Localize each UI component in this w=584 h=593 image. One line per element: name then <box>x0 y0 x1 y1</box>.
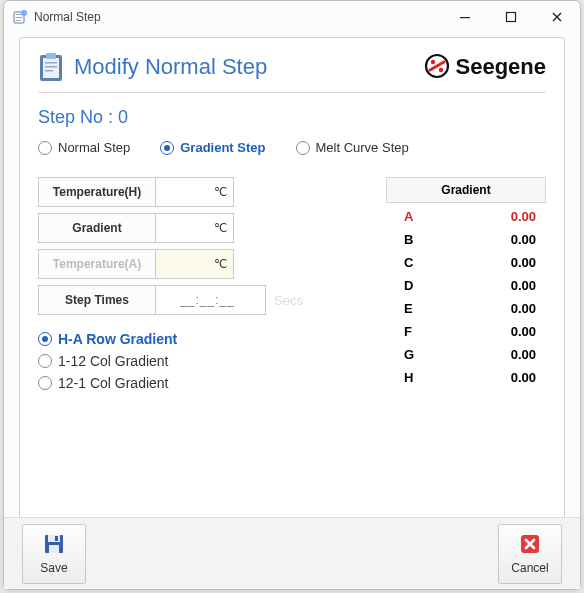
left-column: Temperature(H) ℃ Gradient ℃ Temperature(… <box>38 177 303 391</box>
field-temperature-a: Temperature(A) ℃ <box>38 249 303 279</box>
svg-rect-11 <box>45 66 57 68</box>
field-label: Temperature(H) <box>38 177 156 207</box>
maximize-button[interactable] <box>488 2 534 32</box>
save-button[interactable]: Save <box>22 524 86 584</box>
step-type-group: Normal Step Gradient Step Melt Curve Ste… <box>38 140 546 155</box>
radio-gradient-step[interactable]: Gradient Step <box>160 140 265 155</box>
svg-rect-10 <box>45 62 57 64</box>
gradient-row-label: A <box>404 209 413 224</box>
svg-rect-6 <box>507 13 516 22</box>
gradient-row-label: E <box>404 301 413 316</box>
save-icon <box>42 532 66 559</box>
field-label: Step Times <box>38 285 156 315</box>
gradient-table: Gradient A0.00B0.00C0.00D0.00E0.00F0.00G… <box>386 177 546 389</box>
gradient-row: H0.00 <box>386 366 546 389</box>
brand: Seegene <box>424 53 547 82</box>
radio-label: Gradient Step <box>180 140 265 155</box>
cancel-icon <box>518 532 542 559</box>
svg-rect-5 <box>460 17 470 18</box>
field-gradient: Gradient ℃ <box>38 213 303 243</box>
body-columns: Temperature(H) ℃ Gradient ℃ Temperature(… <box>38 177 546 391</box>
minimize-button[interactable] <box>442 2 488 32</box>
radio-label: Normal Step <box>58 140 130 155</box>
svg-point-4 <box>21 10 27 16</box>
gradient-row-value: 0.00 <box>511 232 536 247</box>
cancel-button[interactable]: Cancel <box>498 524 562 584</box>
gradient-row-value: 0.00 <box>511 301 536 316</box>
svg-rect-8 <box>43 58 59 78</box>
panel-title: Modify Normal Step <box>74 54 267 80</box>
gradient-row-value: 0.00 <box>511 370 536 385</box>
content-area: Modify Normal Step Seegene Step No : 0 N… <box>4 33 580 589</box>
gradient-row: B0.00 <box>386 228 546 251</box>
button-label: Cancel <box>511 561 548 575</box>
button-label: Save <box>40 561 67 575</box>
window-controls <box>442 2 580 32</box>
close-button[interactable] <box>534 2 580 32</box>
step-number-label: Step No : 0 <box>38 107 546 128</box>
svg-rect-19 <box>55 536 58 541</box>
gradient-row: E0.00 <box>386 297 546 320</box>
svg-rect-17 <box>48 535 60 542</box>
gradient-row-label: G <box>404 347 414 362</box>
radio-label: 12-1 Col Gradient <box>58 375 169 391</box>
gradient-row-label: F <box>404 324 412 339</box>
radio-1-12-col-gradient[interactable]: 1-12 Col Gradient <box>38 353 303 369</box>
radio-label: Melt Curve Step <box>316 140 409 155</box>
svg-rect-9 <box>46 53 56 59</box>
svg-point-14 <box>430 59 434 63</box>
radio-12-1-col-gradient[interactable]: 12-1 Col Gradient <box>38 375 303 391</box>
gradient-row-value: 0.00 <box>511 278 536 293</box>
field-label: Temperature(A) <box>38 249 156 279</box>
gradient-row-label: C <box>404 255 413 270</box>
field-label: Gradient <box>38 213 156 243</box>
temperature-a-input: ℃ <box>156 249 234 279</box>
gradient-row-value: 0.00 <box>511 324 536 339</box>
svg-rect-18 <box>49 545 59 553</box>
gradient-mode-group: H-A Row Gradient 1-12 Col Gradient 12-1 … <box>38 331 303 391</box>
gradient-row: D0.00 <box>386 274 546 297</box>
panel-header: Modify Normal Step Seegene <box>38 52 546 93</box>
gradient-row: A0.00 <box>386 205 546 228</box>
app-icon <box>12 9 28 25</box>
right-column: Gradient A0.00B0.00C0.00D0.00E0.00F0.00G… <box>327 177 546 391</box>
svg-point-15 <box>438 67 442 71</box>
titlebar: Normal Step <box>4 1 580 33</box>
gradient-row-value: 0.00 <box>511 347 536 362</box>
gradient-row-value: 0.00 <box>511 255 536 270</box>
gradient-row-label: B <box>404 232 413 247</box>
gradient-row-value: 0.00 <box>511 209 536 224</box>
gradient-table-header: Gradient <box>386 177 546 203</box>
radio-label: 1-12 Col Gradient <box>58 353 169 369</box>
gradient-row: F0.00 <box>386 320 546 343</box>
step-times-input[interactable]: __:__:__ <box>156 285 266 315</box>
svg-rect-2 <box>16 17 23 18</box>
gradient-input[interactable]: ℃ <box>156 213 234 243</box>
dialog-button-bar: Save Cancel <box>4 517 580 589</box>
svg-rect-3 <box>16 20 21 21</box>
clipboard-icon <box>38 52 64 82</box>
brand-logo-icon <box>424 53 450 82</box>
temperature-h-input[interactable]: ℃ <box>156 177 234 207</box>
svg-rect-12 <box>45 70 53 72</box>
radio-melt-curve-step[interactable]: Melt Curve Step <box>296 140 409 155</box>
gradient-row-label: D <box>404 278 413 293</box>
window-title: Normal Step <box>34 10 442 24</box>
dialog-window: Normal Step Modify Normal Step S <box>3 0 581 590</box>
radio-label: H-A Row Gradient <box>58 331 177 347</box>
brand-name: Seegene <box>456 54 547 80</box>
gradient-row: G0.00 <box>386 343 546 366</box>
field-step-times: Step Times __:__:__ Secs <box>38 285 303 315</box>
radio-ha-row-gradient[interactable]: H-A Row Gradient <box>38 331 303 347</box>
radio-normal-step[interactable]: Normal Step <box>38 140 130 155</box>
field-temperature-h: Temperature(H) ℃ <box>38 177 303 207</box>
secs-label: Secs <box>274 293 303 308</box>
gradient-row-label: H <box>404 370 413 385</box>
main-panel: Modify Normal Step Seegene Step No : 0 N… <box>19 37 565 579</box>
gradient-row: C0.00 <box>386 251 546 274</box>
